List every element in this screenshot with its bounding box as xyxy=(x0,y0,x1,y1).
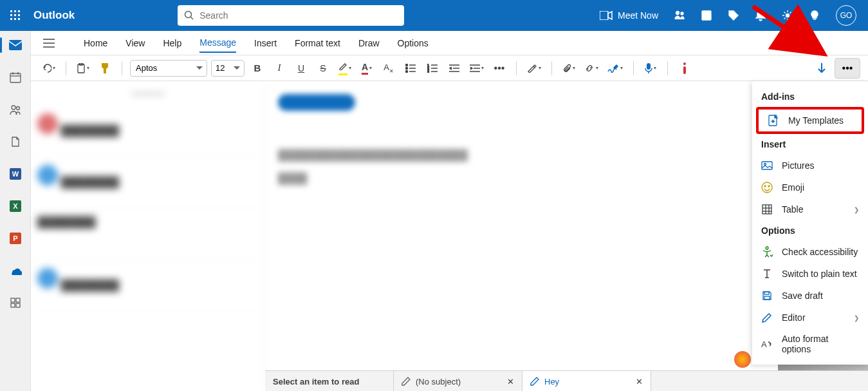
settings-icon[interactable] xyxy=(775,0,800,31)
meet-now-label: Meet Now xyxy=(618,10,658,21)
svg-rect-59 xyxy=(647,63,651,70)
more-options-dropdown: Add-ins + My Templates Insert Pictures E… xyxy=(752,81,868,365)
decrease-indent-button[interactable] xyxy=(445,59,463,77)
more-options-button[interactable]: ••• xyxy=(835,58,860,79)
menu-auto-format[interactable]: A Auto format options xyxy=(752,329,868,359)
tab-home[interactable]: Home xyxy=(84,34,107,52)
numbering-button[interactable]: 123 xyxy=(423,59,441,77)
svg-rect-35 xyxy=(16,303,20,307)
emoji-icon xyxy=(761,182,773,193)
tips-icon[interactable] xyxy=(802,0,827,31)
menu-switch-plain-text[interactable]: Switch to plain text xyxy=(752,263,868,285)
undo-button[interactable]: ▾ xyxy=(39,59,58,77)
rail-onedrive-icon[interactable] xyxy=(3,260,28,281)
svg-point-43 xyxy=(406,67,408,69)
svg-rect-34 xyxy=(11,303,15,307)
tab-insert[interactable]: Insert xyxy=(254,34,277,52)
svg-point-70 xyxy=(768,186,770,187)
clear-formatting-button[interactable]: A✕ xyxy=(380,59,398,77)
tab-help[interactable]: Help xyxy=(163,34,181,52)
italic-button[interactable]: I xyxy=(270,59,288,77)
list-item[interactable]: ████████ xyxy=(31,158,264,210)
svg-point-45 xyxy=(406,70,408,72)
left-rail: W X P xyxy=(0,31,31,391)
search-box[interactable] xyxy=(178,5,404,26)
tab-view[interactable]: View xyxy=(125,34,145,52)
menu-emoji[interactable]: Emoji xyxy=(752,176,868,198)
message-list: ━━━━━ ████████ ████████ ████████ ███████… xyxy=(31,81,265,391)
save-icon xyxy=(761,290,773,301)
ribbon-collapse-button[interactable] xyxy=(813,59,831,77)
pictures-icon xyxy=(761,160,773,171)
copilot-badge-icon[interactable] xyxy=(734,351,751,368)
list-item[interactable]: ████████ xyxy=(31,210,264,262)
rail-more-apps-icon[interactable] xyxy=(3,292,28,313)
meet-now-button[interactable]: Meet Now xyxy=(593,0,665,31)
svg-rect-32 xyxy=(11,298,15,302)
font-size-select[interactable]: 12 xyxy=(211,60,245,77)
title-bar: Outlook Meet Now GO xyxy=(0,0,868,31)
close-icon[interactable]: ✕ xyxy=(636,377,643,386)
svg-rect-3 xyxy=(10,14,12,16)
tab-draw[interactable]: Draw xyxy=(358,34,380,52)
tab-options[interactable]: Options xyxy=(398,34,429,52)
rail-mail-icon[interactable] xyxy=(3,35,28,55)
menu-pictures[interactable]: Pictures xyxy=(752,155,868,176)
svg-text:P: P xyxy=(13,234,17,242)
rail-people-icon[interactable] xyxy=(3,99,28,120)
tab-hey[interactable]: Hey ✕ xyxy=(522,371,651,391)
editor-icon xyxy=(761,312,773,323)
bullets-button[interactable] xyxy=(402,59,420,77)
menu-editor[interactable]: Editor ❯ xyxy=(752,307,868,329)
bold-button[interactable]: B xyxy=(248,59,266,77)
list-item[interactable]: ████████ xyxy=(31,262,264,313)
menu-check-accessibility[interactable]: Check accessibility xyxy=(752,241,868,263)
menu-table[interactable]: Table ❯ xyxy=(752,198,868,220)
chevron-right-icon: ❯ xyxy=(854,206,859,213)
paste-button[interactable]: ▾ xyxy=(74,59,92,77)
highlight-button[interactable]: ▾ xyxy=(336,59,354,77)
tab-format-text[interactable]: Format text xyxy=(295,34,340,52)
app-launcher-icon[interactable] xyxy=(5,5,26,26)
menu-label: Editor xyxy=(782,312,806,323)
attach-button[interactable]: ▾ xyxy=(560,59,578,77)
to-recipient-pill[interactable] xyxy=(278,94,355,111)
font-name-select[interactable]: Aptos xyxy=(130,60,207,77)
rail-files-icon[interactable] xyxy=(3,131,28,152)
tab-select-item[interactable]: Select an item to read xyxy=(265,371,394,391)
link-button[interactable]: ▾ xyxy=(582,59,601,77)
teams-icon[interactable] xyxy=(667,0,692,31)
dictate-button[interactable]: ▾ xyxy=(642,59,660,77)
more-formatting-button[interactable]: ••• xyxy=(490,59,508,77)
svg-text:W: W xyxy=(12,170,19,178)
signature-button[interactable]: ▾ xyxy=(605,59,625,77)
rail-powerpoint-icon[interactable]: P xyxy=(3,228,28,249)
rail-word-icon[interactable]: W xyxy=(3,164,28,184)
strikethrough-button[interactable]: S xyxy=(314,59,332,77)
menu-label: Auto format options xyxy=(782,334,859,354)
list-header: ━━━━━ xyxy=(31,81,264,107)
tag-icon[interactable] xyxy=(721,0,746,31)
menu-my-templates[interactable]: + My Templates xyxy=(759,110,862,131)
font-color-button[interactable]: A▾ xyxy=(358,59,376,77)
close-icon[interactable]: ✕ xyxy=(507,377,514,386)
menu-save-draft[interactable]: Save draft xyxy=(752,285,868,307)
tab-message[interactable]: Message xyxy=(199,33,236,53)
svg-rect-19 xyxy=(9,40,22,50)
dropdown-section-addins: Add-ins xyxy=(752,86,868,107)
list-item[interactable]: ████████ xyxy=(31,107,264,158)
notes-icon[interactable] xyxy=(694,0,719,31)
increase-indent-button[interactable]: ▾ xyxy=(467,59,486,77)
format-painter-button[interactable] xyxy=(96,59,114,77)
bell-icon[interactable] xyxy=(748,0,773,31)
underline-button[interactable]: U xyxy=(292,59,310,77)
rail-calendar-icon[interactable] xyxy=(3,67,28,88)
rail-excel-icon[interactable]: X xyxy=(3,196,28,216)
plain-text-icon xyxy=(761,268,773,280)
search-input[interactable] xyxy=(199,10,398,21)
tab-no-subject[interactable]: (No subject) ✕ xyxy=(394,371,522,391)
sensitivity-button[interactable] xyxy=(676,59,694,77)
account-avatar[interactable]: GO xyxy=(829,0,863,31)
styles-button[interactable]: ▾ xyxy=(524,59,544,77)
hamburger-icon[interactable] xyxy=(39,33,59,53)
